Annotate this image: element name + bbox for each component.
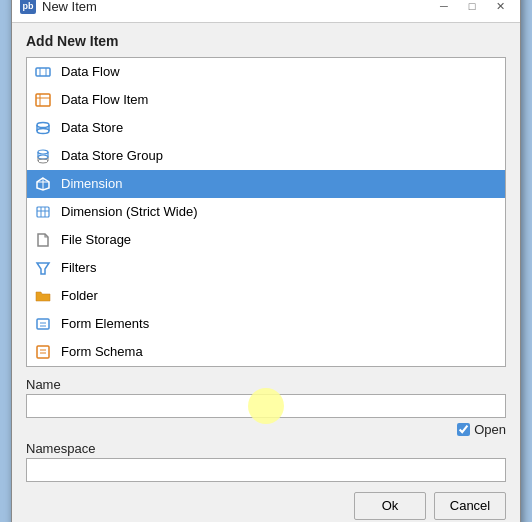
svg-point-6 xyxy=(37,122,49,127)
minimize-button[interactable]: ─ xyxy=(432,0,456,16)
list-item[interactable]: Data Flow Item xyxy=(27,86,505,114)
list-item-label: Folder xyxy=(61,288,98,303)
buttons-row: Ok Cancel xyxy=(26,492,506,520)
window-title: New Item xyxy=(42,0,432,14)
open-row: Open xyxy=(26,422,506,437)
list-item[interactable]: Form Schema xyxy=(27,338,505,366)
list-item[interactable]: Form Elements xyxy=(27,310,505,338)
open-label: Open xyxy=(474,422,506,437)
list-item-label: Form Schema xyxy=(61,344,143,359)
dataflow-item-icon xyxy=(33,90,53,110)
svg-point-10 xyxy=(38,150,48,154)
svg-rect-20 xyxy=(37,207,49,217)
dataflow-icon xyxy=(33,62,53,82)
formelements-icon xyxy=(33,314,53,334)
namespace-label: Namespace xyxy=(26,441,506,456)
namespace-field-row: Namespace xyxy=(26,441,506,482)
close-button[interactable]: ✕ xyxy=(488,0,512,16)
dialog-heading: Add New Item xyxy=(26,33,506,49)
filters-icon xyxy=(33,258,53,278)
item-list-container: Data Flow Data Flow Item Data Store xyxy=(26,57,506,367)
datastore-icon xyxy=(33,118,53,138)
list-item[interactable]: Data Flow xyxy=(27,58,505,86)
list-item-label: Form Elements xyxy=(61,316,149,331)
maximize-button[interactable]: □ xyxy=(460,0,484,16)
list-item-dimension[interactable]: Dimension xyxy=(27,170,505,198)
svg-marker-24 xyxy=(37,263,49,274)
list-item-label: Filters xyxy=(61,260,96,275)
app-icon: pb xyxy=(20,0,36,14)
dimension-strict-icon xyxy=(33,202,53,222)
svg-point-11 xyxy=(38,155,48,159)
list-item[interactable]: Filters xyxy=(27,254,505,282)
namespace-input[interactable] xyxy=(26,458,506,482)
window-controls: ─ □ ✕ xyxy=(432,0,512,16)
svg-point-9 xyxy=(37,128,49,133)
cancel-button[interactable]: Cancel xyxy=(434,492,506,520)
list-item[interactable]: Data Store xyxy=(27,114,505,142)
open-checkbox[interactable] xyxy=(457,423,470,436)
svg-rect-25 xyxy=(37,319,49,329)
list-item[interactable]: Folder xyxy=(27,282,505,310)
name-field-row: Name xyxy=(26,377,506,418)
dialog-window: pb New Item ─ □ ✕ Add New Item Data Flow xyxy=(11,0,521,522)
datastoregroup-icon xyxy=(33,146,53,166)
filestorage-icon xyxy=(33,230,53,250)
list-item-label: Data Flow xyxy=(61,64,120,79)
formschema-icon xyxy=(33,342,53,362)
list-item-label: Dimension xyxy=(61,176,122,191)
svg-point-14 xyxy=(38,159,48,163)
list-item-label: Data Store Group xyxy=(61,148,163,163)
ok-button[interactable]: Ok xyxy=(354,492,426,520)
folder-icon xyxy=(33,286,53,306)
item-list-scroll[interactable]: Data Flow Data Flow Item Data Store xyxy=(27,58,505,366)
svg-rect-0 xyxy=(36,68,50,76)
dialog-content: Add New Item Data Flow Data Flow Item xyxy=(12,23,520,523)
list-item-label: Dimension (Strict Wide) xyxy=(61,204,198,219)
list-item[interactable]: Dimension (Strict Wide) xyxy=(27,198,505,226)
name-input[interactable] xyxy=(26,394,506,418)
list-item[interactable]: File Storage xyxy=(27,226,505,254)
list-item-label: File Storage xyxy=(61,232,131,247)
list-item[interactable]: Data Store Group xyxy=(27,142,505,170)
fields-area: Name Open Namespace Ok Cancel xyxy=(26,377,506,520)
title-bar: pb New Item ─ □ ✕ xyxy=(12,0,520,23)
list-item-label: Data Flow Item xyxy=(61,92,148,107)
svg-rect-28 xyxy=(37,346,49,358)
name-label: Name xyxy=(26,377,506,392)
list-item-label: Data Store xyxy=(61,120,123,135)
dimension-icon xyxy=(33,174,53,194)
svg-rect-3 xyxy=(36,94,50,106)
